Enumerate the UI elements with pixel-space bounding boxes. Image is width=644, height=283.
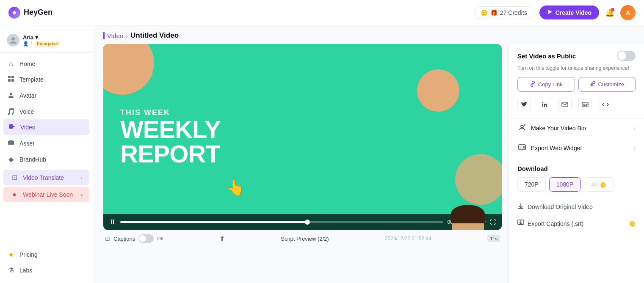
breadcrumb-parent[interactable]: Video bbox=[107, 32, 123, 39]
right-panel: Set Video as Public Turn on this toggle … bbox=[509, 44, 644, 283]
content-area: Video › Untitled Video THIS WEEK WEEKLYR… bbox=[93, 25, 644, 283]
home-icon: ⌂ bbox=[7, 60, 15, 68]
sidebar-item-video-translate[interactable]: ⊡ Video Translate › bbox=[3, 170, 89, 185]
share-toggle[interactable] bbox=[617, 51, 636, 61]
user-info: Aria ▾ 👤 1 Enterprise bbox=[23, 34, 86, 47]
svg-text:GIF: GIF bbox=[583, 103, 588, 106]
gif-icon[interactable]: GIF bbox=[578, 98, 592, 111]
captions-icon: ⊡ bbox=[105, 235, 110, 242]
fullscreen-button[interactable]: ⛶ bbox=[490, 219, 496, 225]
export-captions-action[interactable]: Export Captions (.srt) 🪙 bbox=[517, 215, 636, 232]
svg-rect-9 bbox=[8, 141, 14, 145]
credits-label: 27 Credits bbox=[500, 9, 527, 16]
notification-button[interactable]: 🔔 bbox=[605, 8, 614, 17]
social-row: GIF bbox=[517, 98, 636, 111]
sidebar-item-labs[interactable]: ⚗ Labs bbox=[0, 262, 93, 278]
sidebar-item-home[interactable]: ⌂ Home bbox=[0, 56, 93, 71]
svg-marker-0 bbox=[548, 10, 552, 14]
svg-rect-5 bbox=[11, 79, 14, 82]
quality-lock-icon: 🪙 bbox=[600, 182, 606, 188]
svg-point-6 bbox=[10, 93, 12, 95]
share-title: Set Video as Public bbox=[517, 52, 576, 60]
cursor-icon: 👆 bbox=[226, 179, 245, 196]
pause-button[interactable]: ⏸ bbox=[109, 218, 116, 226]
webinar-chevron: › bbox=[81, 192, 83, 198]
sidebar-label-voice: Voice bbox=[19, 108, 86, 115]
create-video-button[interactable]: Create Video bbox=[539, 5, 599, 19]
sidebar-item-asset[interactable]: Asset bbox=[0, 135, 93, 151]
sidebar-label-template: Template bbox=[19, 76, 86, 83]
export-widget-icon bbox=[517, 143, 527, 153]
copy-link-label: Copy Link bbox=[538, 81, 563, 88]
translate-icon: ⊡ bbox=[10, 173, 19, 181]
svg-marker-8 bbox=[13, 126, 15, 127]
breadcrumb: Video › Untitled Video bbox=[93, 25, 644, 44]
embed-icon[interactable] bbox=[599, 98, 612, 111]
create-icon bbox=[547, 9, 553, 16]
make-video-bio-row[interactable]: Make Your Video Bio › bbox=[509, 118, 644, 138]
sidebar-label-avatar: Avatar bbox=[19, 92, 86, 99]
sidebar-item-webinar[interactable]: ● Webinar Live Soon › bbox=[3, 187, 89, 202]
linkedin-icon[interactable] bbox=[538, 98, 551, 111]
share-header: Set Video as Public bbox=[517, 51, 636, 61]
sidebar-item-video[interactable]: Video bbox=[3, 119, 89, 135]
twitter-icon[interactable] bbox=[517, 98, 531, 111]
video-text-large: WEEKLYREPORT bbox=[120, 117, 221, 166]
breadcrumb-current: Untitled Video bbox=[130, 31, 179, 40]
share-section: Set Video as Public Turn on this toggle … bbox=[509, 44, 644, 118]
customize-label: Customize bbox=[598, 81, 624, 88]
export-widget-chevron: › bbox=[633, 145, 636, 151]
asset-icon bbox=[7, 139, 15, 148]
download-original-action[interactable]: Download Original Video bbox=[517, 198, 636, 215]
topbar-left: HeyGen bbox=[8, 7, 53, 19]
sidebar-item-pricing[interactable]: ★ Pricing bbox=[0, 247, 93, 262]
sidebar-item-voice[interactable]: 🎵 Voice bbox=[0, 104, 93, 119]
credits-button[interactable]: 🪙 🎁 27 Credits bbox=[474, 6, 533, 19]
progress-bar[interactable] bbox=[120, 221, 443, 223]
topbar: HeyGen 🪙 🎁 27 Credits Create Video 🔔 A bbox=[0, 0, 644, 25]
link-icon bbox=[530, 81, 536, 88]
avatar-letter: A bbox=[626, 9, 630, 16]
logo-text: HeyGen bbox=[24, 8, 53, 17]
copy-link-button[interactable]: Copy Link bbox=[517, 77, 575, 92]
quality-4k-button[interactable]: 4K 🪙 bbox=[584, 177, 614, 192]
video-icon bbox=[8, 123, 16, 132]
email-icon[interactable] bbox=[558, 98, 572, 111]
sidebar-item-template[interactable]: Template bbox=[0, 71, 93, 88]
voice-icon: 🎵 bbox=[7, 107, 15, 115]
video-footer: ⊡ Captions Off ⬆ Script Preview (2/2) 20… bbox=[103, 230, 502, 247]
template-icon bbox=[7, 75, 15, 84]
duration-badge: 11s bbox=[487, 235, 500, 242]
quality-720p-button[interactable]: 720P bbox=[517, 177, 546, 192]
sidebar-item-avatar[interactable]: Avatar bbox=[0, 88, 93, 104]
user-name[interactable]: Aria ▾ bbox=[23, 34, 86, 41]
labs-icon: ⚗ bbox=[7, 266, 15, 274]
chevron-down-icon: ▾ bbox=[35, 34, 38, 41]
quality-options: 720P 1080P 4K 🪙 bbox=[517, 177, 636, 192]
sidebar-label-video: Video bbox=[20, 124, 85, 131]
export-captions-lock-icon: 🪙 bbox=[629, 221, 636, 227]
svg-point-15 bbox=[521, 125, 523, 128]
upload-button[interactable]: ⬆ bbox=[219, 235, 225, 243]
video-panel: THIS WEEK WEEKLYREPORT bbox=[93, 44, 509, 283]
avatar-icon bbox=[7, 91, 15, 100]
sidebar-item-brandhub[interactable]: ◆ BrandHub bbox=[0, 151, 93, 167]
main-layout: Aria ▾ 👤 1 Enterprise ⌂ Home bbox=[0, 25, 644, 283]
svg-rect-16 bbox=[524, 124, 525, 126]
logo-icon bbox=[8, 7, 20, 19]
avatar[interactable]: A bbox=[620, 5, 636, 20]
pricing-icon: ★ bbox=[7, 250, 15, 258]
customize-button[interactable]: Customize bbox=[578, 77, 636, 92]
sidebar-label-asset: Asset bbox=[19, 140, 86, 147]
share-toggle-knob bbox=[618, 52, 626, 60]
captions-toggle[interactable] bbox=[138, 234, 154, 243]
export-widget-row[interactable]: Export Web Widget › bbox=[509, 138, 644, 158]
download-original-label: Download Original Video bbox=[528, 203, 593, 210]
brandhub-icon: ◆ bbox=[7, 155, 15, 163]
sidebar-label-translate: Video Translate bbox=[23, 174, 77, 181]
timestamp-info: 2023/12/22 01:52:44 bbox=[385, 236, 431, 242]
video-decoration-tl bbox=[103, 44, 154, 95]
script-preview-label: Script Preview (2/2) bbox=[281, 236, 329, 242]
video-controls: ⏸ 00:07/00:12 🔊 ⛶ bbox=[103, 214, 502, 230]
quality-1080p-button[interactable]: 1080P bbox=[549, 177, 580, 192]
